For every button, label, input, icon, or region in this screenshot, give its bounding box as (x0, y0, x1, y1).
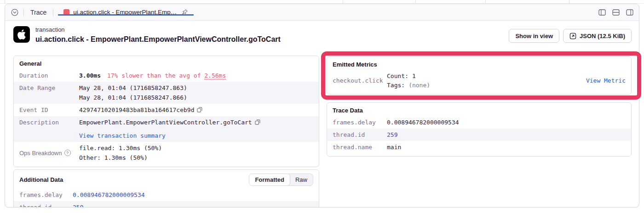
copy-icon[interactable] (254, 119, 261, 125)
row-value: file.read: 1.30ms (50%) Other: 1.30ms (5… (79, 143, 313, 163)
toggle-raw[interactable]: Raw (290, 174, 313, 185)
background-divider (485, 0, 486, 3)
row-event-id: Event ID 429747102019483ba81ba164617ceb9… (14, 104, 319, 116)
row-key: frames.delay (333, 118, 387, 127)
event-type-label: transaction (35, 26, 281, 34)
apple-logo-icon (16, 29, 27, 40)
thread-id-value: 259 (73, 204, 83, 207)
copy-icon[interactable] (196, 106, 203, 113)
ops-breakdown-other: Other: 1.30ms (50%) (79, 153, 313, 163)
pin-icon[interactable] (181, 9, 188, 16)
trace-drawer: Trace ui.action.click - EmpowerPlant.Emp… (5, 4, 639, 207)
tab-transaction[interactable]: ui.action.click - EmpowerPlant.Emp… (58, 9, 194, 16)
tab-label: ui.action.click - EmpowerPlant.Emp… (73, 9, 177, 16)
layout-sidebar-right-button[interactable] (626, 9, 633, 16)
date-range-end: May 28, 01:04 (1716858247.866) (79, 93, 313, 102)
show-in-view-button[interactable]: Show in view (509, 29, 559, 43)
transaction-summary-link-line: View transaction summary (79, 131, 313, 140)
layout-left-icon (598, 9, 606, 16)
row-value: 3.00ms17% slower than the avg of 2.56ms (79, 71, 313, 80)
row-key: thread.id (333, 130, 387, 140)
row-thread-id: thread.id 259 (14, 201, 319, 207)
row-date-range: Date Range May 28, 01:04 (1716858247.863… (14, 82, 319, 104)
ops-breakdown-label: Ops Breakdown (19, 148, 62, 158)
layout-bottom-icon (612, 9, 620, 16)
row-duration: Duration 3.00ms17% slower than the avg o… (14, 69, 319, 82)
page-title: ui.action.click - EmpowerPlant.EmpowerPl… (35, 34, 281, 45)
background-divider (5, 0, 5, 3)
row-key: Description (19, 118, 79, 140)
metric-details: Count:1 Tags:(none) (387, 72, 586, 90)
drawer-tab-bar-left: Trace ui.action.click - EmpowerPlant.Emp… (11, 4, 194, 20)
layout-right-icon (626, 9, 633, 16)
background-divider (415, 0, 416, 3)
row-value: main (387, 142, 626, 152)
external-link-icon (569, 33, 576, 39)
row-description: Description EmpowerPlant.EmpowerPlantVie… (14, 116, 319, 142)
help-icon[interactable]: ? (64, 150, 71, 156)
count-value: 1 (412, 73, 416, 79)
emitted-metric-row: checkout.click Count:1 Tags:(none) View … (327, 70, 631, 91)
row-ops-breakdown: Ops Breakdown? file.read: 1.30ms (50%) O… (14, 142, 319, 164)
transaction-title-block: transaction ui.action.click - EmpowerPla… (35, 26, 281, 45)
row-value: 0.008946782000009534 (387, 118, 626, 127)
row-key: frames.delay (19, 190, 73, 200)
trace-breadcrumb[interactable]: Trace (29, 9, 48, 16)
comparison-text: 17% slower than the avg of (107, 72, 201, 79)
view-metric-link[interactable]: View Metric (586, 76, 626, 85)
row-frames-delay: frames.delay 0.008946782000009534 (14, 189, 319, 201)
row-value: 259 (73, 202, 313, 207)
general-panel-title: General (14, 56, 319, 69)
header-actions: Show in view JSON (12.5 KiB) (509, 26, 632, 43)
layout-sidebar-left-button[interactable] (598, 9, 606, 16)
description-value-line: EmpowerPlant.EmpowerPlantViewController.… (79, 118, 313, 127)
row-key: thread.id (19, 202, 73, 207)
show-in-view-label: Show in view (515, 33, 553, 39)
row-key: thread.name (333, 142, 387, 152)
row-value: EmpowerPlant.EmpowerPlantViewController.… (79, 118, 313, 140)
drawer-layout-controls (598, 4, 633, 20)
divider (23, 9, 24, 16)
row-thread-id: thread.id 259 (327, 129, 631, 141)
emitted-metrics-title: Emitted Metrics (327, 57, 631, 70)
background-divider (569, 0, 569, 3)
chevron-down-circle-icon (11, 8, 19, 17)
additional-data-panel: Additional Data Formatted Raw frames.del… (13, 169, 319, 207)
trace-data-title: Trace Data (327, 103, 631, 116)
json-download-button[interactable]: JSON (12.5 KiB) (563, 29, 632, 43)
description-value: EmpowerPlant.EmpowerPlantViewController.… (79, 119, 252, 126)
count-label: Count: (387, 73, 408, 79)
avg-duration-value[interactable]: 2.56ms (204, 72, 226, 79)
background-ui-strip (0, 0, 644, 4)
duration-comparison: 17% slower than the avg of 2.56ms (107, 72, 226, 79)
row-thread-name: thread.name main (327, 141, 631, 153)
row-value: 429747102019483ba81ba164617ceb9d (79, 105, 313, 115)
drawer-tab-bar: Trace ui.action.click - EmpowerPlant.Emp… (5, 4, 639, 21)
row-key: Ops Breakdown? (19, 143, 79, 163)
row-value: 259 (387, 130, 626, 140)
view-transaction-summary-link[interactable]: View transaction summary (79, 132, 166, 139)
ops-breakdown-file-read: file.read: 1.30ms (50%) (79, 143, 313, 153)
row-frames-delay: frames.delay 0.008946782000009534 (327, 116, 631, 129)
toggle-formatted[interactable]: Formatted (249, 174, 290, 186)
metric-key: checkout.click (333, 76, 387, 85)
date-range-start: May 28, 01:04 (1716858247.863) (79, 83, 313, 93)
tags-label: Tags: (387, 82, 405, 89)
apple-platform-icon (13, 26, 30, 43)
transaction-color-swatch (63, 9, 69, 15)
additional-data-header: Additional Data Formatted Raw (14, 170, 319, 189)
row-key: Event ID (19, 105, 79, 115)
row-key: Duration (19, 71, 79, 80)
additional-data-title: Additional Data (19, 176, 63, 183)
divider (53, 9, 53, 16)
metric-count-line: Count:1 (387, 72, 586, 81)
collapse-drawer-button[interactable] (11, 8, 19, 17)
row-value: May 28, 01:04 (1716858247.863) May 28, 0… (79, 83, 313, 102)
event-id-value: 429747102019483ba81ba164617ceb9d (79, 106, 194, 113)
duration-value: 3.00ms (79, 72, 101, 79)
layout-panel-bottom-button[interactable] (612, 9, 620, 16)
json-button-label: JSON (12.5 KiB) (580, 33, 625, 39)
transaction-header: transaction ui.action.click - EmpowerPla… (13, 26, 632, 45)
frames-delay-value: 0.008946782000009534 (73, 191, 145, 198)
general-panel: General Duration 3.00ms17% slower than t… (13, 56, 319, 167)
